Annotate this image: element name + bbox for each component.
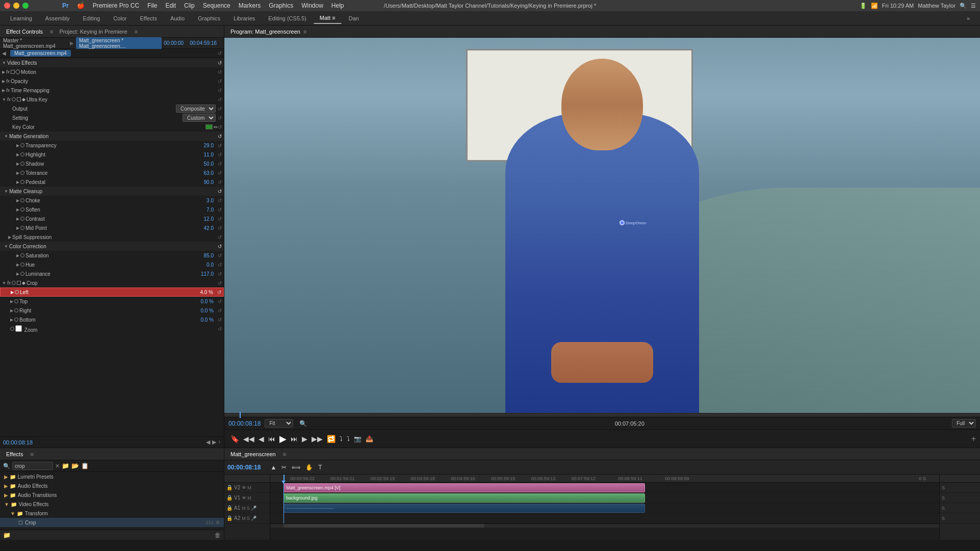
- ec-timeline-scroll-left[interactable]: ◀: [2, 50, 6, 56]
- ec-nav-prev[interactable]: ◀: [206, 439, 210, 445]
- tab-editing-cs55[interactable]: Editing (CS5.5): [262, 13, 313, 23]
- pedestal-value[interactable]: 90.0: [204, 179, 214, 185]
- hue-value[interactable]: 0.0: [207, 262, 214, 268]
- tl-a2-track[interactable]: [270, 513, 939, 523]
- ec-tab[interactable]: Effect Controls: [4, 28, 45, 36]
- pm-step-next-icon[interactable]: ⏭: [289, 434, 300, 444]
- pm-add-marker-icon[interactable]: 🔖: [228, 434, 241, 444]
- spill-suppression-row[interactable]: ▶ Spill Suppression ↺: [0, 232, 224, 242]
- soften-row[interactable]: ▶ Soften 7.0 ↺: [0, 205, 224, 214]
- ep-new-bin-button[interactable]: 📁: [3, 532, 11, 539]
- ultra-key-row[interactable]: ▼ fx ◆ Ultra Key ↺: [0, 95, 224, 104]
- zoom-reset[interactable]: ↺: [218, 326, 222, 332]
- tl-a1-solo[interactable]: S: [247, 506, 250, 511]
- pm-quality-select[interactable]: Full 1/2 1/4: [952, 419, 976, 428]
- pm-menu-icon[interactable]: ≡: [303, 29, 306, 35]
- new-bin-icon[interactable]: 📁: [62, 462, 69, 469]
- saturation-row[interactable]: ▶ Saturation 85.0 ↺: [0, 251, 224, 260]
- ep-tab[interactable]: Effects: [4, 450, 25, 458]
- pm-fit-select[interactable]: Fit 25% 50% 75% 100%: [265, 419, 293, 428]
- zoom-checkbox[interactable]: [15, 325, 22, 332]
- key-color-swatch[interactable]: [205, 124, 213, 129]
- pm-step-prev-icon[interactable]: ⏮: [266, 434, 277, 444]
- menu-item-graphics[interactable]: Graphics: [269, 2, 293, 9]
- tl-ripple-tool[interactable]: ⟺: [290, 463, 302, 472]
- effects-list[interactable]: ▼ Video Effects ↺ ▶ fx Motion ↺ ▶ fx Opa…: [0, 58, 224, 436]
- ec-nav-next[interactable]: ▶: [212, 439, 216, 445]
- luminance-reset[interactable]: ↺: [218, 271, 222, 277]
- highlight-reset[interactable]: ↺: [218, 152, 222, 158]
- tl-v1-track[interactable]: background.jpg: [270, 493, 939, 503]
- tl-v1-eye[interactable]: 👁: [242, 495, 246, 501]
- tl-hand-tool[interactable]: ✋: [304, 463, 315, 472]
- tab-assembly[interactable]: Assembly: [39, 13, 76, 23]
- tl-v2-lock[interactable]: 🔒: [226, 485, 233, 490]
- shadow-row[interactable]: ▶ Shadow 50.0 ↺: [0, 159, 224, 168]
- tl-clip-v2[interactable]: Matt_greenscreen.mp4 [V]: [283, 483, 644, 492]
- matte-cleanup-reset[interactable]: ↺: [218, 189, 222, 194]
- hue-reset[interactable]: ↺: [218, 262, 222, 268]
- tl-v1-lock[interactable]: 🔒: [226, 495, 233, 501]
- tab-color[interactable]: Color: [107, 13, 133, 23]
- spill-suppression-reset[interactable]: ↺: [218, 234, 222, 240]
- menu-item-edit[interactable]: Edit: [165, 2, 176, 9]
- pm-step-back-icon[interactable]: ◀◀: [241, 434, 256, 444]
- matte-generation-reset[interactable]: ↺: [218, 134, 222, 139]
- crop-reset[interactable]: ↺: [218, 280, 222, 286]
- tab-libraries[interactable]: Libraries: [227, 13, 261, 23]
- midpoint-reset[interactable]: ↺: [218, 225, 222, 231]
- ep-audio-transitions[interactable]: ▶ 📁 Audio Transitions: [0, 490, 224, 500]
- opacity-reset[interactable]: ↺: [218, 78, 222, 84]
- left-row[interactable]: ▶ Left 4.0 % ↺: [0, 287, 224, 297]
- search-icon[interactable]: 🔍: [960, 3, 967, 9]
- luminance-row[interactable]: ▶ Luminance 117.0 ↺: [0, 269, 224, 278]
- soften-reset[interactable]: ↺: [218, 207, 222, 213]
- transparency-row[interactable]: ▶ Transparency 29.0 ↺: [0, 141, 224, 150]
- menu-item-help[interactable]: Help: [331, 2, 344, 9]
- tl-v1-mute[interactable]: M: [247, 495, 251, 501]
- tab-matt[interactable]: Matt ≡: [314, 13, 342, 24]
- tl-timecode[interactable]: 00:00:08:18: [227, 464, 261, 471]
- tl-tab[interactable]: Matt_greenscreen: [228, 450, 278, 458]
- pm-tab[interactable]: Program: Matt_greenscreen: [228, 28, 302, 36]
- pm-insert-icon[interactable]: ⤵: [338, 434, 345, 443]
- tab-graphics[interactable]: Graphics: [192, 13, 226, 23]
- tolerance-row[interactable]: ▶ Tolerance 63.0 ↺: [0, 168, 224, 177]
- pm-loop-icon[interactable]: 🔁: [325, 434, 338, 444]
- shadow-reset[interactable]: ↺: [218, 161, 222, 167]
- contrast-reset[interactable]: ↺: [218, 216, 222, 222]
- tl-clip-v1[interactable]: background.jpg: [283, 493, 644, 503]
- ep-video-effects[interactable]: ▼ 📁 Video Effects: [0, 500, 224, 509]
- choke-value[interactable]: 3.0: [207, 198, 214, 203]
- matte-generation-header[interactable]: ▼ Matte Generation ↺: [0, 132, 224, 141]
- pm-scrubber[interactable]: [224, 413, 980, 417]
- highlight-row[interactable]: ▶ Highlight 11.0 ↺: [0, 150, 224, 159]
- right-value[interactable]: 0.0 %: [200, 308, 214, 313]
- video-effects-reset[interactable]: ↺: [218, 60, 222, 66]
- matte-cleanup-header[interactable]: ▼ Matte Cleanup ↺: [0, 187, 224, 196]
- pm-zoom-icon[interactable]: 🔍: [299, 420, 307, 427]
- output-select[interactable]: Composite: [176, 104, 216, 113]
- tl-clip-a1[interactable]: ~~~~~~~~~~~~~~~~~~~~: [283, 504, 644, 513]
- tl-playhead[interactable]: [283, 483, 284, 523]
- pm-timecode[interactable]: 00:00:08:18: [228, 420, 261, 427]
- menu-item-clip[interactable]: Clip: [184, 2, 195, 9]
- color-correction-header[interactable]: ▼ Color Correction ↺: [0, 242, 224, 251]
- tl-razor-tool[interactable]: ✂: [280, 463, 288, 472]
- motion-row[interactable]: ▶ fx Motion ↺: [0, 67, 224, 76]
- ec-timecode[interactable]: 00:00:08:18: [3, 439, 33, 445]
- find-icon[interactable]: 📋: [81, 462, 89, 469]
- pedestal-row[interactable]: ▶ Pedestal 90.0 ↺: [0, 177, 224, 187]
- tab-dan[interactable]: Dan: [343, 13, 365, 23]
- tab-effects[interactable]: Effects: [134, 13, 163, 23]
- minimize-button[interactable]: [13, 3, 19, 9]
- ep-delete-button[interactable]: 🗑: [215, 532, 221, 539]
- tl-v2-track[interactable]: Matt_greenscreen.mp4 [V]: [270, 483, 939, 493]
- pm-export-icon[interactable]: 📤: [364, 434, 375, 443]
- key-color-eyedropper[interactable]: ✏: [214, 124, 218, 130]
- project-tab[interactable]: Project: Keying in Premiere: [57, 28, 129, 36]
- tl-scrollbar-thumb[interactable]: [283, 524, 484, 528]
- left-value[interactable]: 4.0 %: [200, 290, 213, 295]
- saturation-reset[interactable]: ↺: [218, 253, 222, 258]
- right-reset[interactable]: ↺: [218, 308, 222, 313]
